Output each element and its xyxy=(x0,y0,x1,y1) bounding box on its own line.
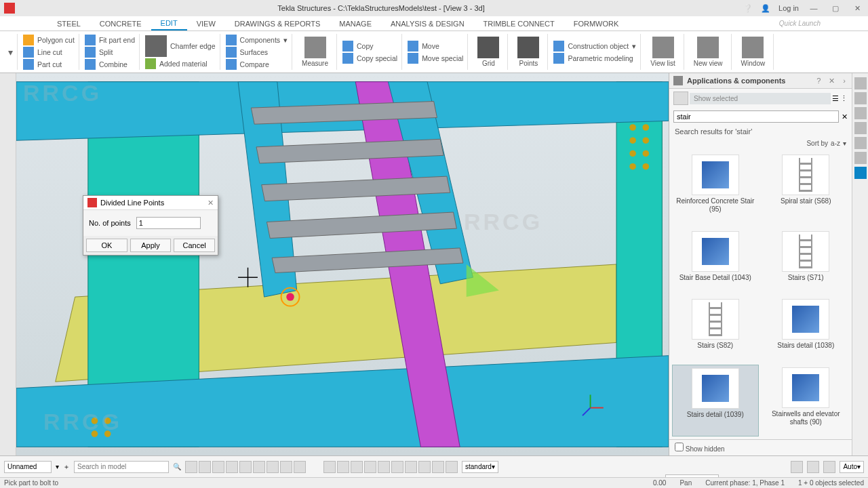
snap-7[interactable] xyxy=(405,461,417,473)
measure-button[interactable]: Measure xyxy=(298,37,332,67)
panel-list-view-button[interactable]: ☰ xyxy=(832,94,839,103)
apply-button[interactable]: Apply xyxy=(130,239,172,252)
snap-10[interactable] xyxy=(446,461,458,473)
select-filter-9[interactable] xyxy=(294,461,306,473)
named-selection-input[interactable] xyxy=(4,461,52,473)
copy-button[interactable]: Copy xyxy=(342,41,397,52)
dialog-close-button[interactable]: ✕ xyxy=(208,199,214,207)
component-card[interactable]: Spiral stair (S68) xyxy=(763,152,850,224)
split-button[interactable]: Split xyxy=(85,47,135,58)
rail-btn-components[interactable] xyxy=(854,167,867,179)
component-card[interactable]: Stairs (S82) xyxy=(672,296,759,361)
copy-special-button[interactable]: Copy special xyxy=(342,53,397,64)
help-icon[interactable]: ❔ xyxy=(743,4,753,13)
snap-9[interactable] xyxy=(432,461,444,473)
line-cut-button[interactable]: Line cut xyxy=(23,47,75,58)
points-button[interactable]: Points xyxy=(513,37,543,67)
select-filter-4[interactable] xyxy=(226,461,238,473)
added-material-button[interactable]: Added material xyxy=(145,58,216,69)
chevron-down-icon[interactable]: ▾ xyxy=(56,463,59,470)
chamfer-edge-button[interactable]: Chamfer edge xyxy=(145,35,216,57)
clear-search-icon[interactable]: ✕ xyxy=(842,113,848,121)
view-toggle-2[interactable] xyxy=(807,461,819,473)
view-list-button[interactable]: View list xyxy=(646,37,679,67)
tab-manage[interactable]: MANAGE xyxy=(330,16,381,30)
3d-viewport[interactable]: Divided Line Points ✕ No. of points OK A… xyxy=(16,73,669,455)
fit-part-end-button[interactable]: Fit part end xyxy=(85,35,135,45)
search-in-model-input[interactable] xyxy=(74,461,169,473)
select-filter-6[interactable] xyxy=(253,461,265,473)
view-toggle-3[interactable] xyxy=(823,461,835,473)
tab-analysis[interactable]: ANALYSIS & DESIGN xyxy=(381,16,474,30)
component-card[interactable]: Stairwells and elevator shafts (90) xyxy=(763,365,850,437)
login-link[interactable]: Log in xyxy=(778,4,799,12)
window-button[interactable]: Window xyxy=(737,37,770,67)
tab-drawings[interactable]: DRAWINGS & REPORTS xyxy=(225,16,330,30)
surfaces-button[interactable]: Surfaces xyxy=(226,47,288,58)
show-hidden-checkbox[interactable]: Show hidden xyxy=(675,445,725,453)
cancel-button[interactable]: Cancel xyxy=(174,239,215,252)
component-card[interactable]: Stairs (S71) xyxy=(763,228,850,293)
panel-chevron-icon[interactable]: › xyxy=(841,77,848,85)
component-search-input[interactable] xyxy=(673,110,839,123)
rail-btn-4[interactable] xyxy=(854,122,867,134)
component-card[interactable]: Stair Base Detail (1043) xyxy=(672,228,759,293)
snap-8[interactable] xyxy=(418,461,431,473)
points-input[interactable] xyxy=(136,217,201,229)
move-button[interactable]: Move xyxy=(408,41,463,52)
select-filter-5[interactable] xyxy=(239,461,252,473)
user-icon[interactable]: 👤 xyxy=(761,4,770,13)
new-view-button[interactable]: New view xyxy=(690,37,727,67)
rail-btn-3[interactable] xyxy=(854,107,867,119)
tab-trimble[interactable]: TRIMBLE CONNECT xyxy=(474,16,564,30)
rail-btn-1[interactable] xyxy=(854,77,867,89)
maximize-button[interactable]: ▢ xyxy=(829,4,842,13)
parametric-modeling-button[interactable]: Parametric modeling xyxy=(553,53,636,64)
combine-button[interactable]: Combine xyxy=(85,59,135,70)
rail-btn-2[interactable] xyxy=(854,92,867,104)
panel-help-icon[interactable]: ? xyxy=(814,77,823,85)
snap-6[interactable] xyxy=(391,461,403,473)
components-button[interactable]: Components ▾ xyxy=(226,35,288,45)
ok-button[interactable]: OK xyxy=(86,239,127,252)
sort-value[interactable]: a-z xyxy=(831,140,840,147)
minimize-button[interactable]: — xyxy=(807,4,821,12)
tab-formwork[interactable]: FORMWORK xyxy=(564,16,629,30)
snap-1[interactable] xyxy=(323,461,336,473)
search-icon[interactable]: 🔍 xyxy=(173,463,181,470)
compare-button[interactable]: Compare xyxy=(226,59,288,70)
show-selected-button[interactable]: Show selected xyxy=(690,93,831,104)
close-button[interactable]: ✕ xyxy=(850,4,864,13)
component-card[interactable]: Stairs detail (1039) xyxy=(672,365,759,437)
rail-btn-5[interactable] xyxy=(854,137,867,149)
move-special-button[interactable]: Move special xyxy=(408,53,463,64)
select-filter-1[interactable] xyxy=(185,461,197,473)
auto-select[interactable]: Auto ▾ xyxy=(840,461,864,473)
tab-concrete[interactable]: CONCRETE xyxy=(90,16,151,30)
polygon-cut-button[interactable]: Polygon cut xyxy=(23,35,75,45)
component-card[interactable]: Stairs detail (1038) xyxy=(763,296,850,361)
panel-more-icon[interactable]: ⋮ xyxy=(840,94,848,103)
part-cut-button[interactable]: Part cut xyxy=(23,59,75,70)
view-toggle-1[interactable] xyxy=(791,461,803,473)
rail-btn-6[interactable] xyxy=(854,152,867,164)
add-icon[interactable]: ＋ xyxy=(63,462,70,472)
snap-3[interactable] xyxy=(351,461,363,473)
quick-launch[interactable]: Quick Launch xyxy=(779,20,841,27)
select-filter-3[interactable] xyxy=(212,461,224,473)
snap-type-select[interactable]: standard ▾ xyxy=(462,461,498,473)
snap-2[interactable] xyxy=(337,461,349,473)
tab-edit[interactable]: EDIT xyxy=(151,16,187,30)
snap-5[interactable] xyxy=(378,461,390,473)
select-filter-7[interactable] xyxy=(267,461,279,473)
construction-object-button[interactable]: Construction object ▾ xyxy=(553,41,636,52)
select-filter-2[interactable] xyxy=(199,461,211,473)
select-filter-8[interactable] xyxy=(280,461,292,473)
snap-4[interactable] xyxy=(364,461,376,473)
panel-close-icon[interactable]: ✕ xyxy=(827,77,837,85)
panel-grid-view-button[interactable] xyxy=(673,92,688,105)
component-card[interactable]: Reinforced Concrete Stair (95) xyxy=(672,152,759,224)
tab-view[interactable]: VIEW xyxy=(187,16,225,30)
tab-steel[interactable]: STEEL xyxy=(47,16,90,30)
grid-button[interactable]: Grid xyxy=(473,37,503,67)
